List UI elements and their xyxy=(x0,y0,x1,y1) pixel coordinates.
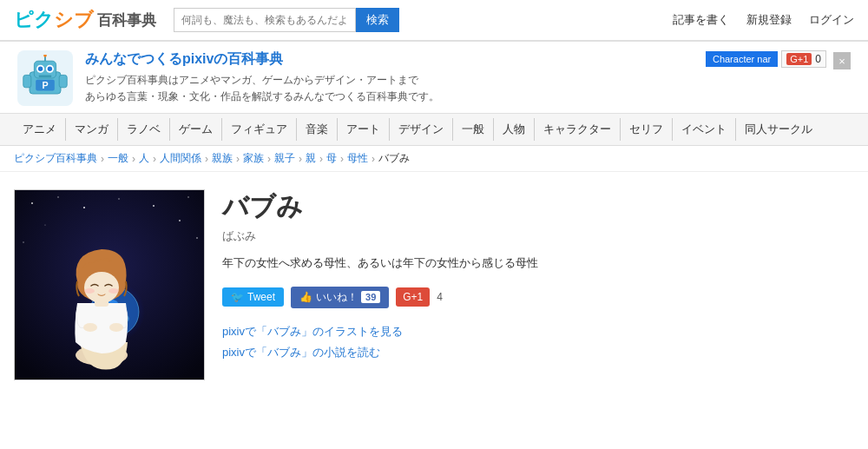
article-links: pixivで「バブみ」のイラストを見る pixivで「バブみ」の小説を読む xyxy=(222,324,854,360)
illust-link[interactable]: pixivで「バブみ」のイラストを見る xyxy=(222,324,854,340)
twitter-icon: 🐦 xyxy=(231,291,244,303)
bc-sep-7: › xyxy=(319,153,323,165)
character-name-button[interactable]: Character nar xyxy=(706,51,778,67)
bc-sep-5: › xyxy=(267,153,271,165)
nav-game[interactable]: ゲーム xyxy=(170,118,222,141)
svg-point-16 xyxy=(83,207,85,208)
banner-close-button[interactable]: × xyxy=(833,52,851,69)
svg-text:P: P xyxy=(42,80,48,90)
svg-point-34 xyxy=(108,288,119,294)
nav-light-novel[interactable]: ラノベ xyxy=(118,118,170,141)
bc-parent[interactable]: 親 xyxy=(306,151,316,166)
svg-point-7 xyxy=(43,55,47,57)
banner: P みんなでつくるpixivの百科事典 ピクシブ百科事典はアニメやマンガ、ゲーム… xyxy=(0,42,868,114)
bc-family[interactable]: 家族 xyxy=(243,151,264,166)
svg-point-35 xyxy=(83,323,97,332)
svg-point-23 xyxy=(196,237,198,239)
nav-serif[interactable]: セリフ xyxy=(621,118,673,141)
robot-icon: P xyxy=(22,55,69,102)
register-link[interactable]: 新規登録 xyxy=(746,12,792,28)
nav-manga[interactable]: マンガ xyxy=(66,118,118,141)
site-logo[interactable]: ピクシブ 百科事典 xyxy=(14,7,156,33)
g1-widget: G+1 0 xyxy=(781,50,826,68)
g1-count: 0 xyxy=(815,53,821,65)
breadcrumb: ピクシブ百科事典 › 一般 › 人 › 人間関係 › 親族 › 家族 › 親子 … xyxy=(0,146,868,172)
bc-relative[interactable]: 親族 xyxy=(212,151,233,166)
g1-label: G+1 xyxy=(786,53,812,65)
bc-general[interactable]: 一般 xyxy=(108,151,128,166)
svg-point-14 xyxy=(31,202,33,204)
nav-music[interactable]: 音楽 xyxy=(297,118,338,141)
like-label: いいね！ xyxy=(316,290,358,305)
tweet-button[interactable]: 🐦 Tweet xyxy=(222,287,284,307)
nav-figure[interactable]: フィギュア xyxy=(222,118,297,141)
nav-art[interactable]: アート xyxy=(338,118,390,141)
nav-character[interactable]: キャラクター xyxy=(535,118,621,141)
banner-desc-1: ピクシブ百科事典はアニメやマンガ、ゲームからデザイン・アートまで xyxy=(85,72,439,89)
bc-sep-9: › xyxy=(372,153,375,165)
banner-desc-2: あらゆる言葉・現象・文化・作品を解説するみんなでつくる百科事典です。 xyxy=(85,89,439,105)
nav-person[interactable]: 人物 xyxy=(494,118,535,141)
bc-sep-4: › xyxy=(236,153,240,165)
nav-event[interactable]: イベント xyxy=(673,118,736,141)
nav-anime[interactable]: アニメ xyxy=(14,118,66,141)
svg-rect-8 xyxy=(39,75,51,77)
nav-design[interactable]: デザイン xyxy=(390,118,453,141)
bc-person[interactable]: 人 xyxy=(139,151,149,166)
search-button[interactable]: 検索 xyxy=(356,8,399,32)
banner-content: P みんなでつくるpixivの百科事典 ピクシブ百科事典はアニメやマンガ、ゲーム… xyxy=(17,50,439,106)
login-link[interactable]: ログイン xyxy=(809,12,854,28)
bc-relationship[interactable]: 人間関係 xyxy=(160,151,201,166)
tweet-label: Tweet xyxy=(247,291,275,303)
bc-current: バブみ xyxy=(378,151,410,166)
nav-doujin[interactable]: 同人サークル xyxy=(736,118,821,141)
nav-general[interactable]: 一般 xyxy=(453,118,494,141)
social-buttons: 🐦 Tweet 👍 いいね！ 39 G+1 4 xyxy=(222,287,854,308)
svg-point-4 xyxy=(38,67,43,71)
svg-point-17 xyxy=(118,198,119,199)
bc-sep-8: › xyxy=(340,153,344,165)
bc-sep-2: › xyxy=(153,153,156,165)
header-nav: 記事を書く 新規登録 ログイン xyxy=(673,12,854,28)
logo-area: ピクシブ 百科事典 検索 xyxy=(14,7,399,33)
bc-root[interactable]: ピクシブ百科事典 xyxy=(14,151,97,166)
search-input[interactable] xyxy=(174,8,356,32)
bc-sep-0: › xyxy=(101,153,104,165)
novel-link[interactable]: pixivで「バブみ」の小説を読む xyxy=(222,345,854,360)
char-widget: Character nar G+1 0 xyxy=(706,50,826,68)
like-count: 39 xyxy=(361,291,380,303)
svg-point-32 xyxy=(84,272,119,303)
g1-article-count: 4 xyxy=(437,291,443,303)
article-description: 年下の女性へ求める母性、あるいは年下の女性から感じる母性 xyxy=(222,254,854,273)
banner-right: Character nar G+1 0 × xyxy=(706,50,851,69)
pixiv-logo-robot: P xyxy=(17,50,73,106)
bc-maternal[interactable]: 母性 xyxy=(347,151,368,166)
bc-sep-1: › xyxy=(132,153,135,165)
bc-parentchild[interactable]: 親子 xyxy=(274,151,295,166)
thumb-icon: 👍 xyxy=(299,291,312,303)
bc-sep-6: › xyxy=(299,153,302,165)
bc-sep-3: › xyxy=(205,153,208,165)
svg-point-21 xyxy=(179,220,181,221)
article-body: バブみ ばぶみ 年下の女性へ求める母性、あるいは年下の女性から感じる母性 🐦 T… xyxy=(222,189,854,380)
article-reading: ばぶみ xyxy=(222,228,854,244)
svg-rect-9 xyxy=(23,75,31,87)
banner-text-block: みんなでつくるpixivの百科事典 ピクシブ百科事典はアニメやマンガ、ゲームから… xyxy=(85,50,439,105)
svg-point-5 xyxy=(48,67,52,71)
write-article-link[interactable]: 記事を書く xyxy=(673,12,729,28)
svg-point-15 xyxy=(57,196,59,198)
svg-point-33 xyxy=(84,288,95,294)
search-form: 検索 xyxy=(174,8,399,32)
svg-point-20 xyxy=(44,224,45,225)
bc-mother[interactable]: 母 xyxy=(326,151,337,166)
svg-point-18 xyxy=(153,205,155,207)
article-title: バブみ xyxy=(222,189,854,225)
g1-button[interactable]: G+1 xyxy=(396,287,430,307)
like-button[interactable]: 👍 いいね！ 39 xyxy=(291,287,389,308)
svg-point-36 xyxy=(109,323,123,332)
svg-rect-10 xyxy=(59,75,67,87)
svg-point-22 xyxy=(23,241,23,242)
header: ピクシブ 百科事典 検索 記事を書く 新規登録 ログイン xyxy=(0,0,868,42)
main-content: バブみ ばぶみ 年下の女性へ求める母性、あるいは年下の女性から感じる母性 🐦 T… xyxy=(0,172,868,398)
svg-point-19 xyxy=(187,196,189,198)
